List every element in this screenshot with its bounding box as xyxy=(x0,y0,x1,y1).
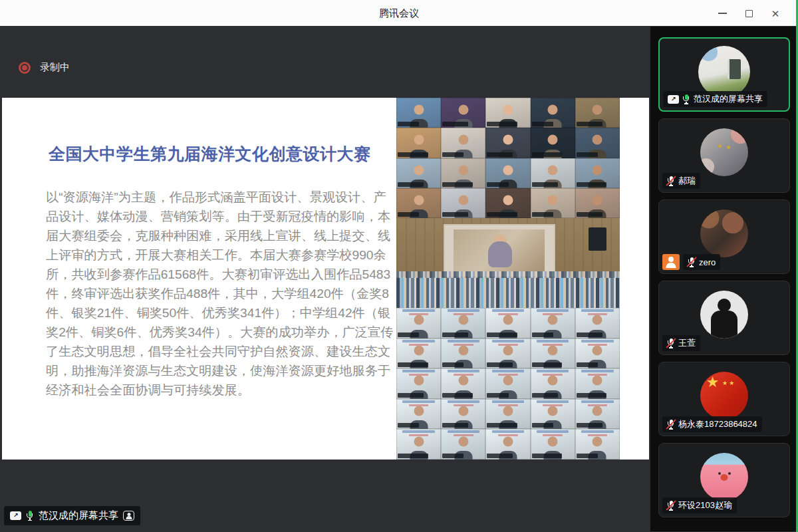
shared-grid-cell xyxy=(441,399,485,430)
screen-share-icon xyxy=(10,511,21,520)
shared-screen-stage: 录制中 全国大中学生第九届海洋文化创意设计大赛 以“资源海洋”为主题，作品形式涵… xyxy=(0,27,650,531)
meeting-window: 腾讯会议 ✕ 录制中 全国大中学生第九届海洋文化创意设计大赛 以“资源海洋”为主… xyxy=(0,0,798,532)
participant-name: 范汉成的屏幕共享 xyxy=(694,93,763,105)
host-badge-icon xyxy=(662,254,680,270)
avatar xyxy=(698,46,750,98)
shared-grid-cell xyxy=(575,308,620,338)
shared-grid-cell xyxy=(485,338,530,369)
active-share-chip[interactable]: 范汉成的屏幕共享 xyxy=(4,506,140,525)
slide-body-text: 以“资源海洋”为主题，作品形式涵盖平面设计、景观设计、产品设计、媒体动漫、营销策… xyxy=(46,188,394,400)
participant-label: 王萱 xyxy=(662,335,700,351)
avatar xyxy=(700,209,748,257)
participant-label: 郝瑞 xyxy=(662,173,700,189)
shared-grid-cell xyxy=(396,429,441,460)
remote-speaker-figure xyxy=(488,241,512,267)
avatar xyxy=(700,128,748,176)
shared-grid-cell xyxy=(531,308,575,338)
portrait-frame-icon xyxy=(123,511,134,521)
meeting-main: 录制中 全国大中学生第九届海洋文化创意设计大赛 以“资源海洋”为主题，作品形式涵… xyxy=(0,27,798,531)
shared-grid-cell xyxy=(531,158,575,188)
shared-grid-cell xyxy=(396,338,441,369)
shared-grid-cell xyxy=(531,429,575,460)
close-icon: ✕ xyxy=(771,9,780,19)
shared-grid-cell xyxy=(396,128,441,158)
shared-grid-cell xyxy=(441,308,485,338)
participant-tile-zhaoyu[interactable]: 环设2103赵瑜 xyxy=(658,443,790,517)
shared-grid-cell xyxy=(575,158,620,188)
shared-grid-cell xyxy=(396,308,441,338)
participant-tile-fanhancheng-share[interactable]: 范汉成的屏幕共享 xyxy=(658,37,790,112)
shared-grid-cell xyxy=(485,98,530,128)
recording-dot-icon xyxy=(19,62,31,74)
mic-on-icon xyxy=(682,94,690,104)
minimize-icon xyxy=(718,13,727,14)
shared-grid-cell xyxy=(531,188,575,218)
active-share-label: 范汉成的屏幕共享 xyxy=(39,509,118,522)
mic-muted-icon xyxy=(667,500,675,511)
shared-grid-cell xyxy=(485,308,530,338)
participant-tile-wangxuan[interactable]: 王萱 xyxy=(658,281,790,355)
mic-muted-icon xyxy=(667,338,675,348)
shared-grid-cell xyxy=(441,338,485,369)
shared-grid-cell xyxy=(531,98,575,128)
shared-grid-cell xyxy=(485,368,530,399)
lecture-hall-photo xyxy=(396,218,620,308)
close-button[interactable]: ✕ xyxy=(762,0,789,27)
participant-name: 杨永泰18723864824 xyxy=(678,418,757,430)
shared-grid-cell xyxy=(396,188,441,218)
shared-grid-cell xyxy=(575,338,620,369)
shared-grid-cell xyxy=(441,128,485,158)
shared-grid-cell xyxy=(531,399,575,430)
shared-grid-cell xyxy=(485,128,530,158)
shared-grid-cell xyxy=(396,98,441,128)
participant-tile-haorui[interactable]: 郝瑞 xyxy=(658,118,790,193)
participant-label: zero xyxy=(683,254,720,270)
shared-grid-cell xyxy=(531,338,575,369)
shared-grid-cell xyxy=(396,368,441,399)
participants-sidebar: 范汉成的屏幕共享 郝瑞 zero xyxy=(650,27,798,531)
shared-grid-cell xyxy=(441,98,485,128)
mic-muted-icon xyxy=(667,176,675,186)
participant-name: 郝瑞 xyxy=(678,175,696,187)
recording-indicator[interactable]: 录制中 xyxy=(19,61,70,74)
presentation-slide: 全国大中学生第九届海洋文化创意设计大赛 以“资源海洋”为主题，作品形式涵盖平面设… xyxy=(2,98,396,460)
participant-name: 王萱 xyxy=(678,337,696,349)
participant-label: 环设2103赵瑜 xyxy=(662,497,737,513)
shared-grid-cell xyxy=(485,399,530,430)
recording-label: 录制中 xyxy=(40,61,70,74)
shared-grid-cell xyxy=(441,158,485,188)
shared-grid-cell xyxy=(441,188,485,218)
shared-grid-cell xyxy=(441,368,485,399)
shared-grid-cell xyxy=(396,399,441,430)
shared-grid-cell xyxy=(485,158,530,188)
projection-screen-content xyxy=(454,229,545,271)
slide-title: 全国大中学生第九届海洋文化创意设计大赛 xyxy=(49,143,384,165)
window-controls: ✕ xyxy=(709,0,789,27)
shared-grid-cell xyxy=(485,429,530,460)
audience-crowd xyxy=(396,277,620,308)
projection-screen xyxy=(444,224,555,276)
shared-grid-top xyxy=(396,98,620,218)
minimize-button[interactable] xyxy=(709,0,735,27)
shared-grid-cell xyxy=(575,429,620,460)
shared-grid-cell xyxy=(531,128,575,158)
shared-participant-wall xyxy=(396,98,620,460)
avatar xyxy=(700,372,748,420)
screen-share-icon xyxy=(668,95,679,104)
participant-label: 范汉成的屏幕共享 xyxy=(663,91,767,107)
participant-tile-yangyongtai[interactable]: 杨永泰18723864824 xyxy=(658,362,790,436)
shared-grid-cell xyxy=(396,158,441,188)
avatar xyxy=(700,291,748,338)
shared-grid-bottom xyxy=(396,308,620,460)
maximize-button[interactable] xyxy=(735,0,762,27)
avatar xyxy=(700,453,748,501)
shared-grid-cell xyxy=(531,368,575,399)
shared-grid-cell xyxy=(575,128,620,158)
maximize-icon xyxy=(745,10,753,17)
window-title: 腾讯会议 xyxy=(0,0,798,27)
wall-speaker-box xyxy=(589,227,606,251)
participant-label: 杨永泰18723864824 xyxy=(662,416,762,432)
participant-name: zero xyxy=(699,257,716,267)
titlebar: 腾讯会议 ✕ xyxy=(0,0,798,27)
participant-tile-zero[interactable]: zero xyxy=(658,200,790,274)
